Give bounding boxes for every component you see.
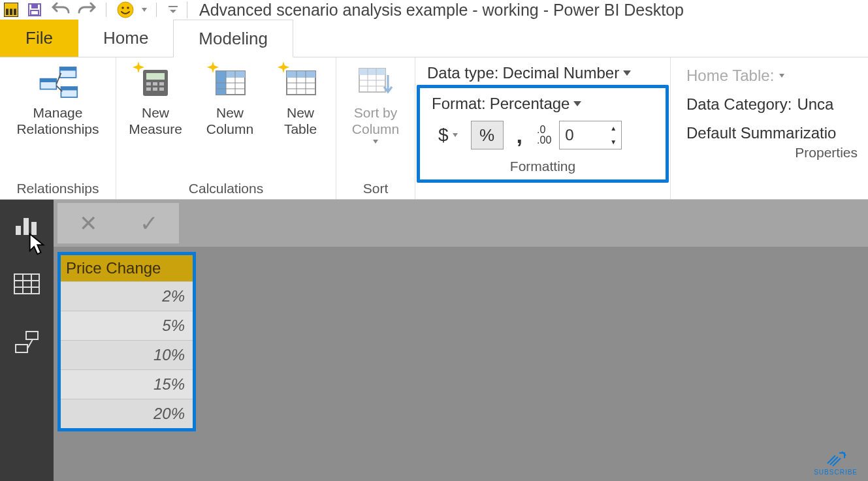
nav-data-view[interactable]: [10, 268, 43, 300]
svg-line-55: [27, 339, 33, 349]
table-cell[interactable]: 20%: [61, 399, 193, 428]
window-title: Advanced scenario analysis example - wor…: [199, 1, 684, 20]
group-label-calculations: Calculations: [123, 178, 329, 198]
app-icon: [4, 3, 18, 17]
currency-symbol: $: [438, 125, 449, 146]
svg-point-5: [127, 7, 129, 9]
commit-formula-button[interactable]: ✓: [140, 210, 158, 236]
qat-customize-button[interactable]: [166, 1, 180, 18]
svg-rect-19: [153, 82, 157, 85]
chevron-down-icon[interactable]: [573, 101, 581, 106]
formula-buttons: ✕ ✓: [57, 203, 179, 243]
quick-access-toolbar: [0, 0, 184, 20]
svg-rect-20: [159, 82, 164, 85]
percent-button[interactable]: %: [471, 121, 504, 149]
percent-symbol: %: [479, 125, 494, 146]
smiley-dropdown-icon[interactable]: [142, 8, 147, 12]
group-label-formatting: Formatting: [425, 153, 660, 176]
chevron-down-icon[interactable]: [623, 70, 631, 76]
manage-relationships-button[interactable]: Manage Relationships: [3, 64, 113, 137]
svg-rect-2: [31, 10, 39, 15]
subscribe-label: SUBSCRIBE: [814, 469, 858, 476]
group-properties: Home Table: Data Category: Unca Default …: [671, 57, 868, 199]
table-cell[interactable]: 5%: [61, 311, 193, 340]
chevron-down-icon: [779, 74, 784, 78]
nav-model-view[interactable]: [10, 326, 43, 359]
svg-point-3: [118, 2, 133, 18]
new-column-icon: [210, 64, 250, 101]
group-label-properties: Properties: [677, 142, 861, 162]
svg-rect-54: [16, 345, 27, 352]
redo-button[interactable]: [77, 1, 97, 18]
data-type-value: Decimal Number: [502, 64, 619, 82]
svg-rect-48: [14, 274, 39, 294]
group-relationships: Manage Relationships Relationships: [0, 57, 116, 199]
default-summarization-label: Default Summarizatio: [686, 124, 836, 142]
nav-rail: [0, 200, 54, 481]
undo-button[interactable]: [51, 1, 71, 18]
tab-modeling[interactable]: Modeling: [173, 20, 293, 57]
thousands-separator-button[interactable]: ,: [510, 121, 529, 149]
svg-rect-47: [31, 222, 37, 235]
separator: [187, 1, 187, 18]
new-table-button[interactable]: New Table: [272, 64, 329, 137]
decimal-places-input[interactable]: [560, 121, 605, 149]
svg-point-4: [121, 7, 124, 9]
new-table-icon: [280, 64, 321, 101]
sort-by-column-button[interactable]: Sort by Column: [343, 64, 408, 144]
data-category-value: Unca: [797, 95, 833, 114]
data-type-label: Data type:: [427, 64, 498, 82]
save-button[interactable]: [25, 1, 44, 18]
decimal-icon: .0 .00: [536, 121, 553, 149]
default-summarization-row[interactable]: Default Summarizatio: [686, 124, 836, 142]
sort-by-column-label: Sort by Column: [352, 104, 399, 137]
smiley-icon[interactable]: [116, 1, 135, 18]
svg-rect-1: [31, 4, 38, 8]
home-table-row[interactable]: Home Table:: [686, 67, 836, 85]
data-category-row[interactable]: Data Category: Unca: [686, 95, 836, 114]
table-cell[interactable]: 10%: [61, 340, 193, 369]
svg-rect-46: [24, 218, 29, 235]
new-measure-icon: [135, 64, 176, 101]
svg-rect-53: [26, 332, 38, 339]
cancel-formula-button[interactable]: ✕: [79, 210, 97, 236]
formula-bar: ✕ ✓: [54, 200, 868, 247]
svg-line-13: [56, 73, 61, 84]
svg-rect-17: [146, 73, 165, 80]
spin-up-icon[interactable]: ▲: [605, 121, 621, 135]
svg-rect-40: [359, 69, 385, 75]
svg-rect-21: [146, 87, 151, 91]
format-row[interactable]: Format: Percentage: [432, 95, 654, 113]
svg-rect-8: [59, 67, 76, 70]
tab-file[interactable]: File: [0, 20, 78, 57]
data-category-label: Data Category:: [686, 95, 792, 114]
chevron-down-icon: [453, 133, 458, 137]
title-bar: Advanced scenario analysis example - wor…: [0, 0, 868, 20]
group-formatting: Data type: Decimal Number Format: Percen…: [415, 57, 671, 199]
sort-icon: [355, 64, 396, 101]
decimal-places-stepper[interactable]: ▲ ▼: [559, 121, 622, 149]
ribbon-tabs: File Home Modeling: [0, 20, 868, 57]
relationships-icon: [38, 64, 78, 101]
format-toolbar: $ % , .0 .00: [432, 119, 654, 151]
chevron-down-icon: [373, 140, 378, 144]
group-label-sort: Sort: [343, 178, 408, 198]
comma-symbol: ,: [517, 123, 522, 148]
new-measure-button[interactable]: New Measure: [123, 64, 188, 137]
spin-down-icon[interactable]: ▼: [605, 135, 621, 149]
home-table-label: Home Table:: [686, 67, 774, 85]
new-column-label: New Column: [206, 104, 253, 137]
data-type-row[interactable]: Data type: Decimal Number: [419, 61, 666, 87]
format-label: Format:: [432, 95, 486, 113]
tab-home[interactable]: Home: [78, 20, 173, 57]
column-header[interactable]: Price Change: [61, 255, 193, 281]
table-cell[interactable]: 2%: [61, 281, 193, 311]
ribbon: Manage Relationships Relationships: [0, 57, 868, 200]
new-column-button[interactable]: New Column: [201, 64, 259, 137]
svg-rect-22: [153, 87, 157, 91]
nav-report-view[interactable]: [10, 209, 43, 241]
manage-relationships-label: Manage Relationships: [16, 104, 99, 137]
table-cell[interactable]: 15%: [61, 369, 193, 399]
svg-rect-34: [287, 71, 315, 78]
currency-button[interactable]: $: [432, 121, 464, 149]
